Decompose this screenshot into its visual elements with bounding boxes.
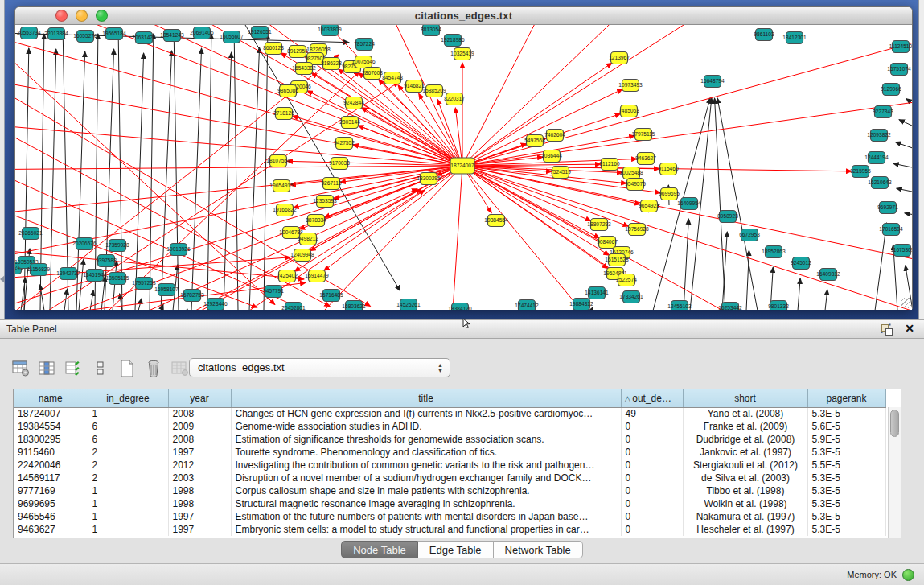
- column-header-title[interactable]: title: [231, 389, 621, 407]
- table-cell[interactable]: 2008: [168, 433, 231, 446]
- graph-edge[interactable]: [875, 223, 887, 310]
- select-all-icon[interactable]: [64, 359, 84, 378]
- table-row[interactable]: 969969511998Structural magnetic resonanc…: [14, 497, 885, 510]
- table-cell[interactable]: Franke et al. (2009): [683, 420, 807, 433]
- tab-network-table[interactable]: Network Table: [494, 541, 583, 558]
- table-cell[interactable]: 1: [88, 523, 168, 536]
- table-cell[interactable]: de Silva et al. (2003): [683, 472, 807, 484]
- graph-edge[interactable]: [462, 166, 912, 310]
- table-cell[interactable]: 18724007: [14, 407, 88, 420]
- graph-edge[interactable]: [161, 51, 172, 310]
- graph-edge[interactable]: [174, 34, 179, 310]
- table-source-select[interactable]: citations_edges.txt ▲▼: [189, 358, 450, 377]
- table-cell[interactable]: 1: [88, 510, 168, 523]
- table-cell[interactable]: 2: [88, 446, 168, 459]
- graph-edge[interactable]: [305, 56, 462, 166]
- table-cell[interactable]: Embryonic stem cells: a model to study s…: [231, 523, 621, 536]
- float-panel-icon[interactable]: [881, 323, 893, 336]
- table-cell[interactable]: 0: [621, 459, 683, 472]
- graph-edge[interactable]: [95, 34, 98, 310]
- table-cell[interactable]: Stergiakouli et al. (2012): [683, 459, 807, 472]
- table-cell[interactable]: 5.3E-5: [807, 484, 885, 497]
- table-cell[interactable]: Dudbridge et al. (2008): [683, 433, 807, 446]
- table-cell[interactable]: 22420046: [14, 459, 88, 472]
- table-cell[interactable]: 5.3E-5: [807, 523, 885, 536]
- show-columns-icon[interactable]: [38, 359, 57, 378]
- table-vertical-scrollbar[interactable]: [888, 407, 901, 538]
- table-cell[interactable]: 1: [88, 497, 168, 510]
- scrollbar-thumb[interactable]: [890, 410, 899, 437]
- close-panel-icon[interactable]: ✕: [905, 322, 914, 335]
- tab-node-table[interactable]: Node Table: [341, 541, 418, 558]
- graph-edge[interactable]: [798, 278, 800, 310]
- graph-edge[interactable]: [118, 34, 122, 310]
- network-view-window[interactable]: citations_edges.txt 20553734220133841605…: [14, 6, 913, 310]
- table-row[interactable]: 946362711997Embryonic stem cells: a mode…: [14, 523, 885, 536]
- panel-collapse-arrow-icon[interactable]: [0, 275, 5, 283]
- table-cell[interactable]: Changes of HCN gene expression and I(f) …: [231, 407, 621, 420]
- graph-edge[interactable]: [897, 188, 912, 194]
- table-cell[interactable]: 0: [621, 472, 683, 484]
- column-header-year[interactable]: year: [168, 389, 231, 407]
- table-cell[interactable]: 5.6E-5: [807, 420, 885, 433]
- table-cell[interactable]: Wolkin et al. (1998): [683, 497, 807, 510]
- table-row[interactable]: 911546021997Tourette syndrome. Phenomeno…: [14, 446, 885, 459]
- table-cell[interactable]: Estimation of significance thresholds fo…: [231, 433, 621, 446]
- graph-edge[interactable]: [191, 48, 202, 310]
- table-cell[interactable]: 2008: [168, 407, 231, 420]
- table-cell[interactable]: 6: [88, 420, 168, 433]
- delete-column-icon[interactable]: [144, 359, 163, 378]
- table-cell[interactable]: 0: [621, 484, 683, 497]
- table-cell[interactable]: 1997: [168, 446, 231, 459]
- table-cell[interactable]: 1: [88, 484, 168, 497]
- table-cell[interactable]: Tourette syndrome. Phenomenology and cla…: [231, 446, 621, 459]
- graph-edge[interactable]: [825, 290, 827, 310]
- table-mode-icon[interactable]: [11, 359, 31, 378]
- graph-edge[interactable]: [462, 97, 912, 166]
- table-cell[interactable]: 1997: [168, 523, 231, 536]
- graph-edge[interactable]: [899, 120, 912, 131]
- graph-edge[interactable]: [450, 166, 462, 310]
- table-cell[interactable]: 2: [88, 459, 168, 472]
- graph-edge[interactable]: [893, 163, 912, 170]
- table-cell[interactable]: 2012: [168, 459, 231, 472]
- table-cell[interactable]: 9465546: [14, 510, 88, 523]
- row-selection-icon[interactable]: [91, 359, 110, 378]
- table-cell[interactable]: Investigating the contribution of common…: [231, 459, 621, 472]
- graph-edge[interactable]: [462, 166, 788, 310]
- table-cell[interactable]: 19384554: [14, 420, 88, 433]
- table-cell[interactable]: 5.3E-5: [807, 472, 885, 484]
- table-cell[interactable]: 0: [621, 446, 683, 459]
- graph-edge[interactable]: [462, 166, 591, 221]
- table-cell[interactable]: 9463627: [14, 523, 88, 536]
- table-cell[interactable]: 18300295: [14, 433, 88, 446]
- table-row[interactable]: 946554611997Estimation of the future num…: [14, 510, 885, 523]
- table-cell[interactable]: 0: [621, 420, 683, 433]
- table-cell[interactable]: 5.3E-5: [807, 407, 885, 420]
- table-cell[interactable]: 49: [621, 407, 683, 420]
- network-canvas[interactable]: 2055373422013384160552761956518420631426…: [15, 25, 912, 310]
- table-row[interactable]: 2242004622012Investigating the contribut…: [14, 459, 885, 472]
- graph-edge[interactable]: [15, 166, 462, 170]
- graph-edge[interactable]: [224, 52, 232, 310]
- table-cell[interactable]: 0: [621, 497, 683, 510]
- graph-edge[interactable]: [79, 259, 84, 310]
- table-cell[interactable]: 5.3E-5: [807, 446, 885, 459]
- graph-edge[interactable]: [895, 142, 912, 152]
- table-row[interactable]: 1938455462009Genome-wide association stu…: [14, 420, 885, 433]
- column-header-name[interactable]: name: [14, 389, 88, 407]
- table-row[interactable]: 977716911998Corpus callosum shape and si…: [14, 484, 885, 497]
- table-cell[interactable]: 5.9E-5: [807, 433, 885, 446]
- table-cell[interactable]: Corpus callosum shape and size in male p…: [231, 484, 621, 497]
- table-cell[interactable]: 1998: [168, 497, 231, 510]
- window-resize-grip[interactable]: [901, 298, 911, 308]
- graph-edge[interactable]: [50, 49, 56, 310]
- table-cell[interactable]: 2003: [168, 472, 231, 484]
- graph-edge[interactable]: [591, 307, 593, 310]
- table-cell[interactable]: 9115460: [14, 446, 88, 459]
- table-cell[interactable]: Yano et al. (2008): [683, 407, 807, 420]
- table-cell[interactable]: 2009: [168, 420, 231, 433]
- table-cell[interactable]: Structural magnetic resonance image aver…: [231, 497, 621, 510]
- table-cell[interactable]: Nakamura et al. (1997): [683, 510, 807, 523]
- table-cell[interactable]: 2: [88, 472, 168, 484]
